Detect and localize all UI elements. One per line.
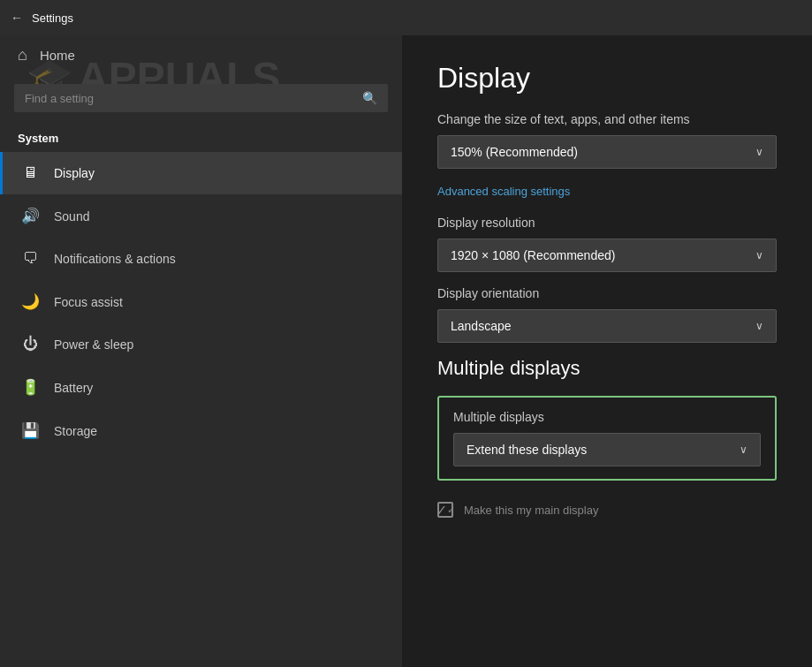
nav-items-container: 🖥Display🔊Sound🗨Notifications & actions🌙F… bbox=[0, 152, 402, 452]
make-main-display-label: Make this my main display bbox=[464, 504, 598, 517]
sidebar-item-notifications[interactable]: 🗨Notifications & actions bbox=[0, 238, 402, 280]
content-area: Display Change the size of text, apps, a… bbox=[402, 35, 812, 667]
resolution-value: 1920 × 1080 (Recommended) bbox=[451, 248, 615, 262]
storage-label: Storage bbox=[54, 424, 97, 438]
title-bar: ← Settings bbox=[0, 0, 812, 35]
sidebar-item-sound[interactable]: 🔊Sound bbox=[0, 194, 402, 238]
multiple-displays-chevron-icon: ∨ bbox=[740, 443, 747, 456]
multiple-displays-box: Multiple displays Extend these displays … bbox=[437, 396, 777, 481]
text-size-label: Change the size of text, apps, and other… bbox=[437, 112, 777, 126]
battery-label: Battery bbox=[54, 381, 93, 395]
battery-icon: 🔋 bbox=[20, 378, 40, 397]
search-wrapper: 🔍 bbox=[14, 84, 388, 112]
display-icon: 🖥 bbox=[20, 164, 40, 182]
make-main-display-row[interactable]: ✓ Make this my main display bbox=[437, 495, 777, 525]
text-size-dropdown[interactable]: 150% (Recommended) ∨ bbox=[437, 135, 777, 169]
power-sleep-label: Power & sleep bbox=[54, 337, 133, 352]
sidebar: 🎓 APPUALS ⌂ Home 🔍 System 🖥Display🔊Sound… bbox=[0, 35, 402, 667]
sidebar-item-storage[interactable]: 💾Storage bbox=[0, 409, 402, 452]
multiple-displays-section: Multiple displays Multiple displays Exte… bbox=[437, 357, 777, 525]
orientation-label: Display orientation bbox=[437, 286, 777, 300]
main-layout: 🎓 APPUALS ⌂ Home 🔍 System 🖥Display🔊Sound… bbox=[0, 35, 812, 667]
multiple-displays-title: Multiple displays bbox=[437, 357, 777, 380]
make-main-display-checkbox[interactable]: ✓ bbox=[437, 502, 453, 518]
page-title: Display bbox=[437, 62, 777, 95]
orientation-value: Landscape bbox=[451, 319, 512, 333]
multiple-displays-dropdown[interactable]: Extend these displays ∨ bbox=[453, 433, 761, 466]
home-icon: ⌂ bbox=[18, 46, 27, 64]
search-icon: 🔍 bbox=[352, 84, 388, 112]
orientation-dropdown[interactable]: Landscape ∨ bbox=[437, 309, 777, 343]
resolution-dropdown[interactable]: 1920 × 1080 (Recommended) ∨ bbox=[437, 239, 777, 272]
focus-assist-label: Focus assist bbox=[54, 295, 123, 309]
notifications-label: Notifications & actions bbox=[54, 252, 176, 266]
orientation-chevron-icon: ∨ bbox=[755, 320, 763, 332]
resolution-chevron-icon: ∨ bbox=[755, 249, 763, 261]
title-bar-title: Settings bbox=[32, 11, 73, 25]
sidebar-item-battery[interactable]: 🔋Battery bbox=[0, 366, 402, 409]
checkbox-checkmark: ✓ bbox=[436, 502, 447, 519]
storage-icon: 💾 bbox=[20, 421, 40, 440]
power-sleep-icon: ⏻ bbox=[20, 336, 40, 353]
text-size-value: 150% (Recommended) bbox=[451, 145, 578, 159]
sound-label: Sound bbox=[54, 209, 89, 224]
multiple-displays-value: Extend these displays bbox=[467, 443, 587, 457]
home-label: Home bbox=[40, 48, 75, 63]
resolution-label: Display resolution bbox=[437, 216, 777, 230]
search-input[interactable] bbox=[14, 85, 352, 112]
back-button[interactable]: ← bbox=[11, 11, 23, 25]
system-label: System bbox=[0, 121, 402, 152]
sidebar-item-display[interactable]: 🖥Display bbox=[0, 152, 402, 194]
sidebar-item-power-sleep[interactable]: ⏻Power & sleep bbox=[0, 323, 402, 366]
sidebar-content: ⌂ Home 🔍 System 🖥Display🔊Sound🗨Notificat… bbox=[0, 35, 402, 452]
sound-icon: 🔊 bbox=[20, 207, 40, 225]
display-label: Display bbox=[54, 166, 95, 180]
notifications-icon: 🗨 bbox=[20, 250, 40, 268]
multiple-displays-label: Multiple displays bbox=[453, 410, 761, 424]
text-size-chevron-icon: ∨ bbox=[755, 146, 763, 158]
advanced-scaling-link[interactable]: Advanced scaling settings bbox=[437, 185, 570, 198]
sidebar-item-focus-assist[interactable]: 🌙Focus assist bbox=[0, 280, 402, 323]
home-item[interactable]: ⌂ Home bbox=[0, 35, 402, 75]
focus-assist-icon: 🌙 bbox=[20, 292, 40, 311]
search-container: 🔍 bbox=[0, 75, 402, 121]
